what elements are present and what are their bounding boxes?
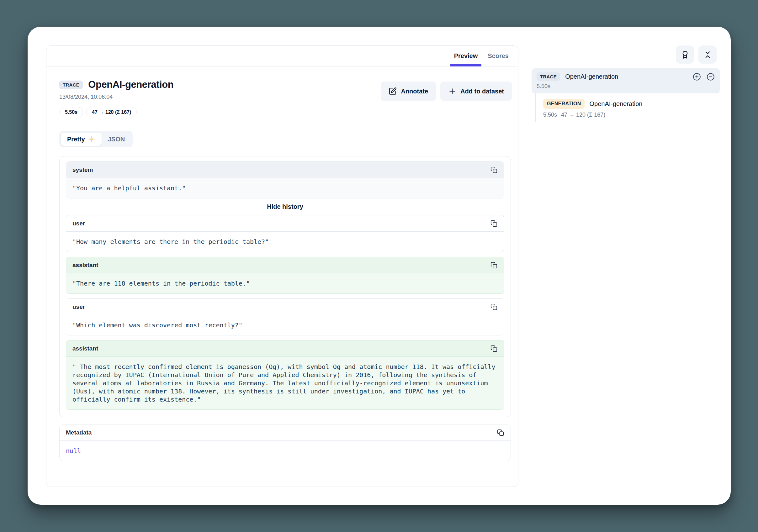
- metadata-value: null: [59, 441, 510, 461]
- hide-history-button[interactable]: Hide history: [66, 203, 504, 210]
- message-block: user "Which element was discovered most …: [66, 298, 504, 335]
- copy-icon: [491, 345, 498, 352]
- message-role-header: system: [66, 162, 504, 178]
- copy-icon: [491, 262, 498, 269]
- tree-node-title: OpenAI-generation: [565, 73, 688, 80]
- metadata-header: Metadata: [59, 424, 510, 441]
- generation-latency: 5.50s: [543, 112, 557, 118]
- copy-metadata-button[interactable]: [495, 427, 506, 438]
- plus-icon: [448, 87, 456, 95]
- messages-list: system "You are a helpful assistant." Hi…: [66, 161, 504, 410]
- copy-icon: [491, 304, 498, 310]
- message-role-label: system: [72, 166, 93, 173]
- generation-tokens: 47 → 120 (Σ 167): [561, 112, 605, 118]
- chevrons-down-up-icon: [704, 50, 712, 59]
- collapse-panel-button[interactable]: [699, 46, 717, 64]
- page-title: OpenAI-generation: [88, 79, 173, 90]
- message-content: "How many elements are there in the peri…: [66, 232, 504, 252]
- copy-message-button[interactable]: [488, 218, 500, 229]
- view-mode-toggle: Pretty JSON: [59, 131, 133, 147]
- metadata-card: Metadata null: [59, 424, 511, 461]
- message-content: " The most recently confirmed element is…: [66, 357, 504, 410]
- copy-message-button[interactable]: [488, 260, 500, 271]
- message-role-header: user: [66, 299, 504, 315]
- add-to-dataset-label: Add to dataset: [461, 88, 504, 95]
- toggle-pretty[interactable]: Pretty: [61, 133, 102, 146]
- trace-actions: Annotate Add to dataset: [381, 82, 512, 101]
- message-role-label: assistant: [72, 345, 98, 352]
- annotate-button[interactable]: Annotate: [381, 82, 436, 101]
- message-role-header: user: [66, 216, 504, 232]
- trace-timestamp: 13/08/2024, 10:06:04: [59, 94, 173, 100]
- token-usage-badge: 47 → 120 (Σ 167): [86, 107, 137, 117]
- message-role-label: user: [72, 220, 85, 227]
- io-preview-card: system "You are a helpful assistant." Hi…: [59, 156, 511, 417]
- sparkles-icon: [88, 135, 95, 143]
- copy-icon: [491, 166, 498, 173]
- add-to-dataset-button[interactable]: Add to dataset: [440, 82, 512, 101]
- pretty-label: Pretty: [67, 136, 85, 143]
- window-actions: [676, 46, 717, 64]
- tree-node-generation[interactable]: GENERATION OpenAI-generation 5.50s 47 → …: [543, 99, 720, 118]
- tree-children: GENERATION OpenAI-generation 5.50s 47 → …: [535, 93, 720, 122]
- message-content: "Which element was discovered most recen…: [66, 315, 504, 335]
- generation-type-badge: GENERATION: [543, 99, 585, 109]
- message-block: user "How many elements are there in the…: [66, 215, 504, 252]
- collapse-all-icon[interactable]: [706, 73, 715, 81]
- copy-message-button[interactable]: [488, 164, 500, 176]
- annotation-award-button[interactable]: [676, 46, 694, 64]
- copy-message-button[interactable]: [488, 301, 500, 313]
- tree-node-latency: 5.50s: [536, 83, 715, 90]
- tree-node-trace[interactable]: TRACE OpenAI-generation 5.50s: [532, 68, 720, 93]
- app-window: Preview Scores TRACE OpenAI-generation 1…: [28, 27, 731, 505]
- tab-preview[interactable]: Preview: [449, 46, 483, 66]
- trace-preview-screen: { "colors": { "background": "#4c666e", "…: [0, 0, 758, 532]
- copy-icon: [491, 220, 498, 227]
- message-content: "You are a helpful assistant.": [66, 178, 504, 198]
- observation-tree: TRACE OpenAI-generation 5.50s GENERATION…: [532, 68, 720, 122]
- message-block: system "You are a helpful assistant.": [66, 161, 504, 198]
- latency-badge: 5.50s: [59, 107, 83, 117]
- copy-message-button[interactable]: [488, 343, 500, 354]
- json-label: JSON: [108, 136, 125, 143]
- message-role-label: assistant: [72, 262, 98, 269]
- metadata-label: Metadata: [66, 429, 91, 436]
- expand-all-icon[interactable]: [693, 73, 701, 81]
- trace-info: TRACE OpenAI-generation 13/08/2024, 10:0…: [59, 79, 173, 117]
- message-block: assistant " The most recently confirmed …: [66, 340, 504, 410]
- message-role-header: assistant: [66, 341, 504, 357]
- message-block: assistant "There are 118 elements in the…: [66, 257, 504, 294]
- copy-icon: [497, 429, 504, 436]
- panel-tabbar: Preview Scores: [47, 46, 518, 66]
- edit-pen-icon: [389, 87, 397, 95]
- toggle-json[interactable]: JSON: [102, 133, 131, 146]
- award-ribbon-icon: [681, 50, 689, 59]
- message-role-label: user: [72, 304, 85, 310]
- message-content: "There are 118 elements in the periodic …: [66, 273, 504, 293]
- tree-node-title: OpenAI-generation: [589, 100, 642, 108]
- trace-type-badge: TRACE: [536, 72, 560, 81]
- tab-scores[interactable]: Scores: [483, 46, 514, 66]
- message-role-header: assistant: [66, 257, 504, 273]
- trace-preview-panel: Preview Scores TRACE OpenAI-generation 1…: [46, 46, 518, 487]
- trace-type-badge: TRACE: [59, 81, 83, 89]
- annotate-label: Annotate: [401, 88, 428, 95]
